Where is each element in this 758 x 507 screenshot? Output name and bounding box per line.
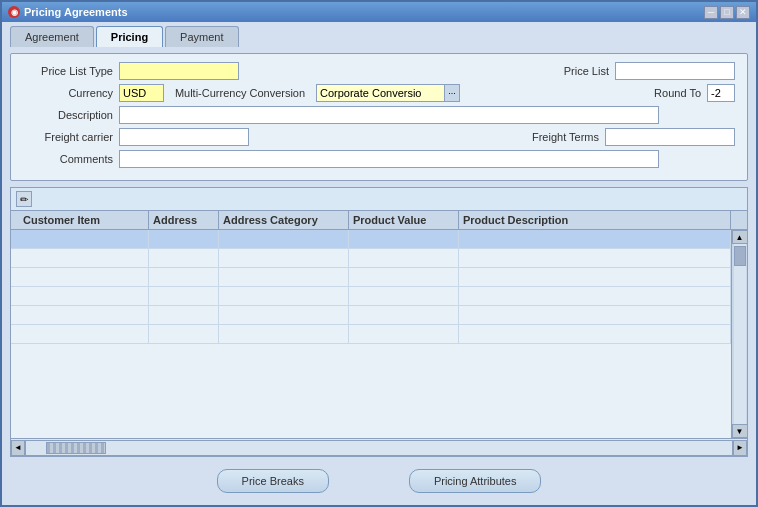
cell-customer-item-6[interactable] [21, 326, 146, 342]
close-button[interactable]: ✕ [736, 6, 750, 19]
description-input[interactable] [119, 106, 659, 124]
col-header-product-description: Product Description [459, 211, 731, 229]
table-body: ▲ ▼ [11, 230, 747, 438]
scroll-up-arrow[interactable]: ▲ [732, 230, 748, 244]
comments-input[interactable] [119, 150, 659, 168]
freight-carrier-input[interactable] [119, 128, 249, 146]
tab-pricing[interactable]: Pricing [96, 26, 163, 47]
cell-product-val-2[interactable] [351, 250, 456, 266]
cell-customer-item-2[interactable] [21, 250, 146, 266]
h-scroll-thumb[interactable] [46, 442, 106, 454]
maximize-button[interactable]: □ [720, 6, 734, 19]
cell-address-cat-5[interactable] [221, 307, 346, 323]
table-edit-icon[interactable]: ✏ [16, 191, 32, 207]
cell-address-4[interactable] [151, 288, 216, 304]
table-row [11, 325, 731, 344]
form-row-pricelist: Price List Type Price List [23, 62, 735, 80]
round-to-label: Round To [641, 87, 701, 99]
minimize-button[interactable]: ─ [704, 6, 718, 19]
cell-address-cat-2[interactable] [221, 250, 346, 266]
scroll-track [734, 244, 746, 424]
table-row [11, 230, 731, 249]
td-address[interactable] [149, 230, 219, 248]
table-row [11, 306, 731, 325]
cell-address-6[interactable] [151, 326, 216, 342]
cell-product-val-1[interactable] [351, 231, 456, 247]
round-to-input[interactable] [707, 84, 735, 102]
cell-product-desc-1[interactable] [461, 231, 728, 247]
col-header-address-category: Address Category [219, 211, 349, 229]
table-row [11, 268, 731, 287]
cell-product-desc-6[interactable] [461, 326, 728, 342]
title-controls: ─ □ ✕ [704, 6, 750, 19]
cell-product-val-4[interactable] [351, 288, 456, 304]
multi-currency-dropdown-btn[interactable]: ··· [444, 84, 460, 102]
cell-address-5[interactable] [151, 307, 216, 323]
bottom-buttons: Price Breaks Pricing Attributes [10, 463, 748, 499]
cell-product-desc-3[interactable] [461, 269, 728, 285]
vertical-scrollbar[interactable]: ▲ ▼ [731, 230, 747, 438]
table-row [11, 249, 731, 268]
cell-product-desc-5[interactable] [461, 307, 728, 323]
price-list-type-input[interactable] [119, 62, 239, 80]
cell-address-1[interactable] [151, 231, 216, 247]
cell-product-val-6[interactable] [351, 326, 456, 342]
table-header: Customer Item Address Address Category P… [11, 211, 747, 230]
col-header-customer-item: Customer Item [19, 211, 149, 229]
cell-address-3[interactable] [151, 269, 216, 285]
col-header-product-value: Product Value [349, 211, 459, 229]
td-product-description[interactable] [459, 230, 731, 248]
table-panel: ✏ Customer Item Address Address Category… [10, 187, 748, 457]
cell-product-val-5[interactable] [351, 307, 456, 323]
cell-customer-item-4[interactable] [21, 288, 146, 304]
cell-product-desc-4[interactable] [461, 288, 728, 304]
scroll-right-arrow[interactable]: ► [733, 440, 747, 456]
title-bar-left: ◉ Pricing Agreements [8, 6, 128, 18]
cell-address-cat-6[interactable] [221, 326, 346, 342]
multi-currency-input[interactable] [316, 84, 444, 102]
cell-customer-item-1[interactable] [21, 231, 146, 247]
cell-product-desc-2[interactable] [461, 250, 728, 266]
price-list-input[interactable] [615, 62, 735, 80]
freight-terms-input[interactable] [605, 128, 735, 146]
td-product-value[interactable] [349, 230, 459, 248]
description-label: Description [23, 109, 113, 121]
form-panel: Price List Type Price List Currency Mult… [10, 53, 748, 181]
cell-product-val-3[interactable] [351, 269, 456, 285]
table-footer-scrollbar: ◄ ► [11, 438, 747, 456]
table-toolbar: ✏ [11, 188, 747, 211]
cell-address-cat-3[interactable] [221, 269, 346, 285]
h-scroll-track[interactable] [25, 440, 733, 456]
currency-label: Currency [23, 87, 113, 99]
cell-address-cat-1[interactable] [221, 231, 346, 247]
cell-address-cat-4[interactable] [221, 288, 346, 304]
scroll-left-arrow[interactable]: ◄ [11, 440, 25, 456]
table-row [11, 287, 731, 306]
td-customer-item[interactable] [19, 230, 149, 248]
title-bar: ◉ Pricing Agreements ─ □ ✕ [2, 2, 756, 22]
price-list-label: Price List [549, 65, 609, 77]
price-breaks-button[interactable]: Price Breaks [217, 469, 329, 493]
cell-address-2[interactable] [151, 250, 216, 266]
cell-customer-item-5[interactable] [21, 307, 146, 323]
tab-agreement[interactable]: Agreement [10, 26, 94, 47]
scroll-down-arrow[interactable]: ▼ [732, 424, 748, 438]
comments-label: Comments [23, 153, 113, 165]
td-address-category[interactable] [219, 230, 349, 248]
currency-input[interactable] [119, 84, 164, 102]
tab-payment[interactable]: Payment [165, 26, 238, 47]
cell-customer-item-3[interactable] [21, 269, 146, 285]
form-row-freight: Freight carrier Freight Terms [23, 128, 735, 146]
pricing-attributes-button[interactable]: Pricing Attributes [409, 469, 542, 493]
data-table: Customer Item Address Address Category P… [11, 211, 747, 456]
scroll-thumb[interactable] [734, 246, 746, 266]
window-icon: ◉ [8, 6, 20, 18]
window-title: Pricing Agreements [24, 6, 128, 18]
form-row-comments: Comments [23, 150, 735, 168]
freight-carrier-label: Freight carrier [23, 131, 113, 143]
form-row-currency: Currency Multi-Currency Conversion ··· R… [23, 84, 735, 102]
form-row-description: Description [23, 106, 735, 124]
freight-terms-label: Freight Terms [519, 131, 599, 143]
col-header-address: Address [149, 211, 219, 229]
main-window: ◉ Pricing Agreements ─ □ ✕ Agreement Pri… [0, 0, 758, 507]
